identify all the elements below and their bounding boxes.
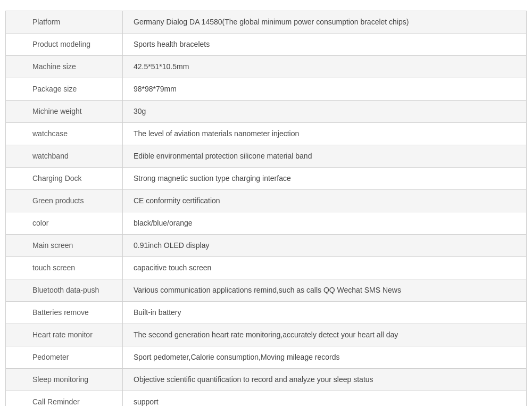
spec-label: color — [6, 212, 123, 234]
spec-value: 42.5*51*10.5mm — [123, 56, 526, 78]
spec-label: watchband — [6, 145, 123, 167]
spec-label: Call Reminder — [6, 391, 123, 406]
table-row: watchcaseThe level of aviation materials… — [6, 123, 526, 145]
spec-label: Product modeling — [6, 34, 123, 55]
spec-label: Package size — [6, 78, 123, 100]
spec-value: Germany Dialog DA 14580(The global minim… — [123, 11, 526, 33]
spec-value: CE conformity certification — [123, 190, 526, 212]
spec-value: The level of aviation materials nanomete… — [123, 123, 526, 145]
table-row: Green productsCE conformity certificatio… — [6, 190, 526, 212]
table-row: Call Remindersupport — [6, 391, 526, 406]
table-row: PlatformGermany Dialog DA 14580(The glob… — [6, 11, 526, 34]
spec-label: watchcase — [6, 123, 123, 145]
spec-value: Edible environmental protection silicone… — [123, 145, 526, 167]
spec-label: Heart rate monitor — [6, 324, 123, 346]
spec-value: Objective scientific quantification to r… — [123, 369, 526, 391]
spec-value: The second generation heart rate monitor… — [123, 324, 526, 346]
spec-label: Main screen — [6, 235, 123, 256]
table-row: touch screencapacitive touch screen — [6, 257, 526, 279]
table-row: Package size98*98*79mm — [6, 78, 526, 101]
table-row: watchbandEdible environmental protection… — [6, 145, 526, 168]
table-row: Main screen0.91inch OLED display — [6, 235, 526, 257]
table-row: Charging DockStrong magnetic suction typ… — [6, 168, 526, 190]
spec-value: black/blue/orange — [123, 212, 526, 234]
spec-value: capacitive touch screen — [123, 257, 526, 279]
spec-label: Pedometer — [6, 346, 123, 368]
spec-value: 98*98*79mm — [123, 78, 526, 100]
spec-label: Batteries remove — [6, 302, 123, 324]
table-row: PedometerSport pedometer,Calorie consump… — [6, 346, 526, 369]
spec-table: PlatformGermany Dialog DA 14580(The glob… — [5, 11, 527, 406]
spec-label: Bluetooth data-push — [6, 279, 123, 301]
spec-label: touch screen — [6, 257, 123, 279]
spec-value: Built-in battery — [123, 302, 526, 324]
spec-label: Charging Dock — [6, 168, 123, 189]
table-row: Product modelingSports health bracelets — [6, 34, 526, 56]
spec-value: 30g — [123, 101, 526, 122]
spec-label: Machine size — [6, 56, 123, 78]
table-row: Sleep monitoringObjective scientific qua… — [6, 369, 526, 391]
table-row: Machine size42.5*51*10.5mm — [6, 56, 526, 78]
spec-value: Sport pedometer,Calorie consumption,Movi… — [123, 346, 526, 368]
spec-label: Michine weight — [6, 101, 123, 122]
spec-value: Various communication applications remin… — [123, 279, 526, 301]
spec-value: 0.91inch OLED display — [123, 235, 526, 256]
spec-label: Green products — [6, 190, 123, 212]
table-row: Batteries removeBuilt-in battery — [6, 302, 526, 324]
spec-label: Platform — [6, 11, 123, 33]
spec-value: support — [123, 391, 526, 406]
table-row: Heart rate monitorThe second generation … — [6, 324, 526, 346]
table-row: Michine weight30g — [6, 101, 526, 123]
spec-value: Sports health bracelets — [123, 34, 526, 55]
table-row: Bluetooth data-pushVarious communication… — [6, 279, 526, 302]
table-row: colorblack/blue/orange — [6, 212, 526, 235]
spec-value: Strong magnetic suction type charging in… — [123, 168, 526, 189]
spec-label: Sleep monitoring — [6, 369, 123, 391]
